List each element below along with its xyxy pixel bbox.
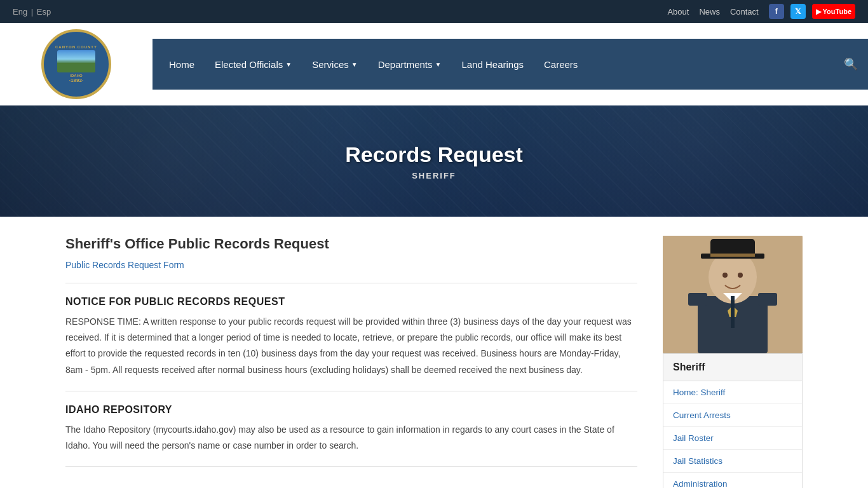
section1-text: RESPONSE TIME: A written response to you… — [65, 314, 637, 378]
nav-departments[interactable]: Departments ▼ — [368, 39, 452, 90]
nav-land-hearings[interactable]: Land Hearings — [451, 39, 534, 90]
divider-3 — [65, 466, 637, 467]
svg-rect-10 — [688, 293, 707, 306]
nav-elected-officials[interactable]: Elected Officials ▼ — [205, 39, 302, 90]
sidebar-link-administration[interactable]: Administration — [663, 473, 802, 488]
divider-1 — [65, 283, 637, 283]
header: CANYON COUNTY IDAHO ·1892· Home Elected … — [0, 23, 868, 105]
svg-rect-7 — [710, 254, 755, 257]
svg-point-8 — [722, 273, 728, 278]
sidebar-link-jail-statistics[interactable]: Jail Statistics — [663, 450, 802, 473]
divider-2 — [65, 391, 637, 391]
sidebar: Sheriff Home: Sheriff Current Arrests Ja… — [663, 236, 803, 488]
page-title: Records Request — [345, 142, 523, 167]
facebook-icon[interactable]: f — [769, 4, 784, 19]
contact-link[interactable]: Contact — [730, 7, 759, 17]
seal-landscape — [57, 50, 95, 72]
sidebar-box: Sheriff Home: Sheriff Current Arrests Ja… — [663, 353, 803, 488]
nav-careers[interactable]: Careers — [534, 39, 588, 90]
sidebar-link-current-arrests[interactable]: Current Arrests — [663, 404, 802, 427]
svg-rect-13 — [731, 296, 735, 328]
search-icon[interactable]: 🔍 — [834, 39, 868, 90]
section2-heading: IDAHO REPOSITORY — [65, 404, 637, 416]
services-arrow: ▼ — [351, 61, 358, 68]
sidebar-box-title: Sheriff — [663, 354, 802, 381]
elected-officials-arrow: ▼ — [285, 61, 292, 68]
nav-services[interactable]: Services ▼ — [302, 39, 367, 90]
top-bar-right: About News Contact f 𝕏 ▶ YouTube — [667, 4, 855, 19]
youtube-icon[interactable]: ▶ YouTube — [812, 4, 855, 19]
svg-rect-11 — [758, 293, 777, 306]
form-link[interactable]: Public Records Request Form — [65, 260, 637, 270]
news-link[interactable]: News — [699, 7, 720, 17]
sheriff-svg — [663, 236, 803, 353]
section1-heading: NOTICE FOR PUBLIC RECORDS REQUEST — [65, 296, 637, 308]
nav-home[interactable]: Home — [159, 39, 205, 90]
language-switcher[interactable]: Eng | Esp — [13, 7, 51, 17]
content-main-heading: Sheriff's Office Public Records Request — [65, 236, 637, 252]
svg-point-9 — [738, 273, 743, 278]
hero-subtitle: SHERIFF — [412, 171, 456, 180]
sheriff-photo — [663, 236, 803, 353]
content-area: Sheriff's Office Public Records Request … — [65, 236, 637, 488]
lang-esp-link[interactable]: Esp — [37, 7, 51, 17]
seal-inner: CANYON COUNTY IDAHO ·1892· — [53, 43, 100, 86]
main-content: Sheriff's Office Public Records Request … — [53, 236, 815, 488]
social-icons: f 𝕏 ▶ YouTube — [769, 4, 855, 19]
top-bar: Eng | Esp About News Contact f 𝕏 ▶ YouTu… — [0, 0, 868, 23]
main-nav: Home Elected Officials ▼ Services ▼ Depa… — [153, 39, 868, 90]
about-link[interactable]: About — [667, 7, 689, 17]
county-seal: CANYON COUNTY IDAHO ·1892· — [41, 29, 111, 99]
lang-separator: | — [31, 7, 33, 17]
section2-text: The Idaho Repository (mycourts.idaho.gov… — [65, 422, 637, 454]
departments-arrow: ▼ — [435, 61, 442, 68]
lang-eng-link[interactable]: Eng — [13, 7, 27, 17]
twitter-icon[interactable]: 𝕏 — [790, 4, 806, 19]
sidebar-link-home-sheriff[interactable]: Home: Sheriff — [663, 381, 802, 404]
sidebar-link-jail-roster[interactable]: Jail Roster — [663, 427, 802, 450]
logo-area[interactable]: CANYON COUNTY IDAHO ·1892· — [0, 23, 153, 105]
hero-banner: Records Request SHERIFF — [0, 105, 868, 217]
seal-county-text: CANYON COUNTY — [55, 45, 97, 49]
nav-items: Home Elected Officials ▼ Services ▼ Depa… — [153, 39, 834, 90]
seal-year: ·1892· — [55, 78, 97, 83]
